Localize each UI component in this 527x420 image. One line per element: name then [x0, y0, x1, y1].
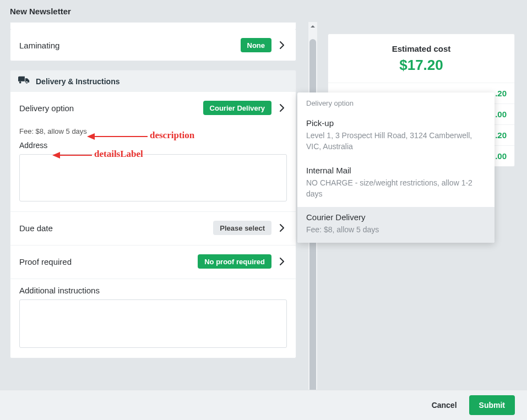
delivery-address-input[interactable]: [19, 154, 287, 201]
truck-icon: [18, 76, 30, 86]
delivery-option-item[interactable]: Courier DeliveryFee: $8, allow 5 days: [297, 207, 495, 243]
due-date-block: Due date Please select: [10, 212, 296, 246]
delivery-details-label: Address: [19, 141, 287, 150]
delivery-section-title: Delivery & Instructions: [36, 77, 120, 86]
delivery-section-body: Delivery option Courier Delivery Fee: $8…: [10, 92, 296, 358]
submit-button[interactable]: Submit: [469, 395, 515, 415]
delivery-option-item-name: Courier Delivery: [306, 212, 486, 222]
estimated-cost-amount: $17.20: [328, 57, 514, 83]
estimated-cost-title: Estimated cost: [328, 34, 514, 57]
chevron-right-icon: [277, 223, 287, 233]
delivery-option-item[interactable]: Pick-upLevel 1, 3 Prospect Hill Road, 31…: [297, 113, 495, 160]
chevron-right-icon: [277, 103, 287, 113]
laminating-value-pill: None: [241, 38, 272, 52]
cost-row-value: .00: [495, 110, 507, 119]
cost-row-value: .00: [495, 151, 507, 161]
proof-block: Proof required No proof required: [10, 246, 296, 279]
delivery-option-item[interactable]: Internal MailNO CHARGE - size/weight res…: [297, 160, 495, 208]
delivery-section-header: Delivery & Instructions: [10, 70, 296, 92]
laminating-card: Laminating None: [10, 30, 296, 61]
footer-bar: Cancel Submit: [0, 390, 527, 420]
delivery-fee-text: Fee: $8, allow 5 days: [19, 127, 287, 135]
delivery-option-item-desc: Level 1, 3 Prospect Hill Road, 3124 Camb…: [306, 130, 486, 152]
delivery-section: Delivery & Instructions Delivery option …: [10, 70, 296, 358]
chevron-right-icon: [277, 257, 287, 266]
proof-value-pill: No proof required: [198, 254, 271, 269]
proof-row[interactable]: Proof required No proof required: [19, 252, 287, 271]
previous-card-edge: [10, 22, 296, 30]
laminating-row[interactable]: Laminating None: [10, 30, 296, 61]
delivery-option-popover: Delivery option Pick-upLevel 1, 3 Prospe…: [297, 92, 495, 243]
delivery-option-block: Delivery option Courier Delivery Fee: $8…: [10, 92, 296, 212]
delivery-option-item-desc: Fee: $8, allow 5 days: [306, 224, 486, 235]
scrollbar-up-icon[interactable]: [308, 22, 317, 31]
due-date-row[interactable]: Due date Please select: [19, 219, 287, 237]
proof-label: Proof required: [19, 257, 198, 266]
popover-options: Pick-upLevel 1, 3 Prospect Hill Road, 31…: [297, 113, 495, 243]
delivery-option-row[interactable]: Delivery option Courier Delivery: [19, 99, 287, 117]
additional-instructions-block: Additional instructions: [10, 279, 296, 358]
cost-row-value: .20: [495, 89, 507, 98]
popover-title: Delivery option: [297, 92, 495, 113]
cost-row-value: .20: [495, 130, 507, 140]
delivery-option-value-pill: Courier Delivery: [203, 101, 271, 115]
delivery-option-label: Delivery option: [19, 103, 203, 113]
form-column: Laminating None Delivery & Instructions: [10, 22, 296, 358]
delivery-option-item-desc: NO CHARGE - size/weight restrictions, al…: [306, 177, 486, 200]
additional-instructions-input[interactable]: [19, 299, 287, 348]
page-title: New Newsletter: [0, 0, 527, 22]
due-date-label: Due date: [19, 223, 213, 233]
delivery-option-item-name: Pick-up: [306, 118, 486, 128]
due-date-value-pill: Please select: [213, 221, 271, 235]
additional-instructions-label: Additional instructions: [19, 286, 287, 295]
delivery-option-item-name: Internal Mail: [306, 166, 486, 175]
cancel-button[interactable]: Cancel: [432, 395, 457, 415]
workspace: Laminating None Delivery & Instructions: [0, 22, 527, 390]
laminating-label: Laminating: [19, 41, 241, 50]
chevron-right-icon: [277, 40, 287, 50]
